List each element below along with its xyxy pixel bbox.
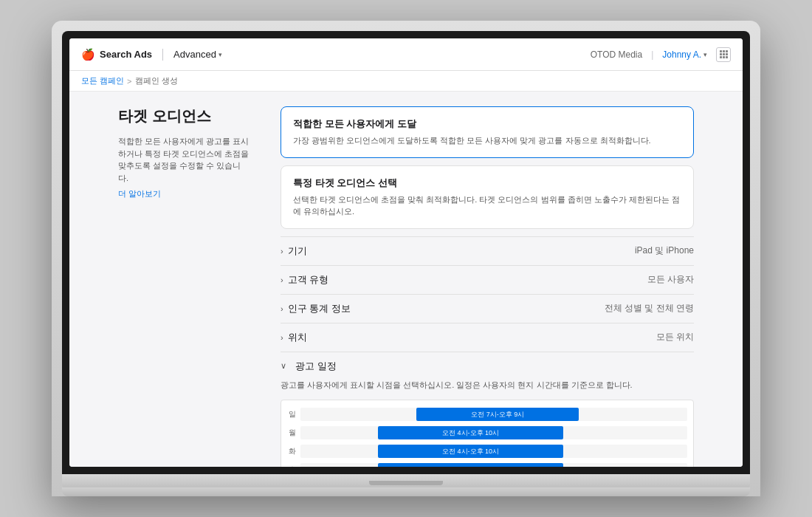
- location-value: 모든 위치: [656, 331, 694, 343]
- specific-audience-option[interactable]: 특정 타겟 오디언스 선택 선택한 타겟 오디언스에 초점을 맞춰 최적화합니다…: [281, 165, 694, 229]
- day-tuesday-label: 화: [287, 446, 297, 456]
- sunday-time-label: 오전 7시-오후 9시: [471, 410, 524, 420]
- option1-title: 적합한 모든 사용자에게 도달: [293, 117, 681, 131]
- option1-desc: 가장 광범위한 오디언스에게 도달하도록 적합한 모든 사용자에 맞게 광고를 …: [293, 134, 681, 147]
- location-section[interactable]: › 위치 모든 위치: [281, 323, 694, 352]
- ad-schedule-section: ∨ 광고 일정 광고를 사용자에게 표시할 시점을 선택하십시오. 일정은 사용…: [281, 352, 694, 468]
- monday-time-bar: 오전 4시-오후 10시: [378, 426, 564, 439]
- top-bar-right-area: OTOD Media | Johnny A. ▾: [591, 47, 731, 62]
- brand-area: 🍎 Search Ads Advanced ▾: [81, 48, 222, 61]
- ad-schedule-description: 광고를 사용자에게 표시할 시점을 선택하십시오. 일정은 사용자의 현지 시간…: [281, 379, 694, 391]
- sunday-time-bar: 오전 7시-오후 9시: [416, 408, 579, 421]
- wednesday-time-bar: 오전 4시-오후 10시: [378, 463, 564, 467]
- right-panel: 적합한 모든 사용자에게 도달 가장 광범위한 오디언스에게 도달하도록 적합한…: [281, 106, 694, 467]
- demographics-label: 인구 통계 정보: [288, 302, 605, 315]
- customer-type-section[interactable]: › 고객 유형 모든 사용자: [281, 265, 694, 294]
- vertical-divider: [162, 49, 163, 61]
- search-ads-label: Search Ads: [100, 49, 152, 60]
- schedule-row-sunday: 일 오전 7시-오후 9시: [287, 406, 687, 422]
- chevron-right-icon: ›: [281, 247, 283, 256]
- user-chevron-icon: ▾: [703, 51, 707, 58]
- device-value: iPad 및 iPhone: [635, 244, 694, 257]
- breadcrumb-campaigns-link[interactable]: 모든 캠페인: [81, 75, 124, 86]
- day-wednesday-label: 수: [287, 465, 297, 467]
- breadcrumb: 모든 캠페인 > 캠페인 생성: [69, 71, 743, 92]
- laptop-bottom-bezel: [62, 474, 750, 487]
- day-sunday-track[interactable]: 오전 7시-오후 9시: [300, 408, 687, 421]
- schedule-row-wednesday: 수 오전 4시-오후 10시: [287, 462, 687, 467]
- ad-schedule-header[interactable]: ∨ 광고 일정: [281, 360, 694, 373]
- laptop-notch: [369, 481, 443, 485]
- learn-more-link[interactable]: 더 알아보기: [118, 188, 251, 199]
- chevron-right-icon: ›: [281, 333, 283, 342]
- device-label: 기기: [288, 244, 635, 258]
- advanced-menu-button[interactable]: Advanced ▾: [173, 49, 222, 60]
- option2-desc: 선택한 타겟 오디언스에 초점을 맞춰 최적화합니다. 타겟 오디언스의 범위를…: [293, 194, 681, 218]
- apple-logo-icon: 🍎: [81, 48, 95, 61]
- customer-type-label: 고객 유형: [288, 273, 647, 287]
- chevron-right-icon: ›: [281, 304, 283, 313]
- day-wednesday-track[interactable]: 오전 4시-오후 10시: [300, 463, 687, 467]
- day-monday-track[interactable]: 오전 4시-오후 10시: [300, 426, 687, 439]
- day-sunday-label: 일: [287, 409, 297, 420]
- grid-dots-icon: [720, 50, 728, 58]
- day-monday-label: 월: [287, 428, 297, 438]
- schedule-row-tuesday: 화 오전 4시-오후 10시: [287, 443, 687, 459]
- left-panel: 타겟 오디언스 적합한 모든 사용자에게 광고를 표시하거나 특정 타겟 오디언…: [118, 106, 251, 467]
- demographics-section[interactable]: › 인구 통계 정보 전체 성별 및 전체 연령: [281, 294, 694, 323]
- apps-grid-button[interactable]: [716, 47, 731, 62]
- organization-name: OTOD Media: [591, 49, 642, 60]
- page-layout: 타겟 오디언스 적합한 모든 사용자에게 광고를 표시하거나 특정 타겟 오디언…: [118, 106, 694, 467]
- tuesday-time-bar: 오전 4시-오후 10시: [378, 445, 564, 458]
- schedule-row-monday: 월 오전 4시-오후 10시: [287, 425, 687, 441]
- breadcrumb-current-page: 캠페인 생성: [135, 75, 178, 86]
- demographics-value: 전체 성별 및 전체 연령: [605, 302, 694, 315]
- chevron-right-icon: ›: [281, 275, 283, 284]
- main-content-area: 타겟 오디언스 적합한 모든 사용자에게 광고를 표시하거나 특정 타겟 오디언…: [69, 92, 743, 467]
- customer-type-value: 모든 사용자: [647, 273, 694, 286]
- pipe-divider: |: [651, 49, 653, 60]
- laptop-base: [62, 487, 750, 496]
- option2-title: 특정 타겟 오디언스 선택: [293, 177, 681, 190]
- ad-schedule-title: 광고 일정: [295, 360, 337, 373]
- schedule-chart: 일 오전 7시-오후 9시 월: [281, 400, 694, 467]
- day-tuesday-track[interactable]: 오전 4시-오후 10시: [300, 445, 687, 458]
- location-label: 위치: [288, 331, 656, 344]
- chevron-down-icon: ∨: [281, 361, 286, 371]
- reach-all-users-option[interactable]: 적합한 모든 사용자에게 도달 가장 광범위한 오디언스에게 도달하도록 적합한…: [281, 106, 694, 158]
- tuesday-time-label: 오전 4시-오후 10시: [442, 447, 499, 456]
- top-navigation-bar: 🍎 Search Ads Advanced ▾ OTOD Media | Joh…: [69, 38, 743, 71]
- section-description: 적합한 모든 사용자에게 광고를 표시하거나 특정 타겟 오디언스에 초점을 맞…: [118, 135, 251, 184]
- breadcrumb-separator: >: [127, 77, 131, 86]
- section-title: 타겟 오디언스: [118, 106, 251, 126]
- wednesday-time-label: 오전 4시-오후 10시: [442, 465, 499, 468]
- monday-time-label: 오전 4시-오후 10시: [442, 428, 499, 438]
- user-menu-button[interactable]: Johnny A. ▾: [662, 49, 707, 60]
- chevron-down-icon: ▾: [219, 51, 222, 58]
- device-section[interactable]: › 기기 iPad 및 iPhone: [281, 236, 694, 265]
